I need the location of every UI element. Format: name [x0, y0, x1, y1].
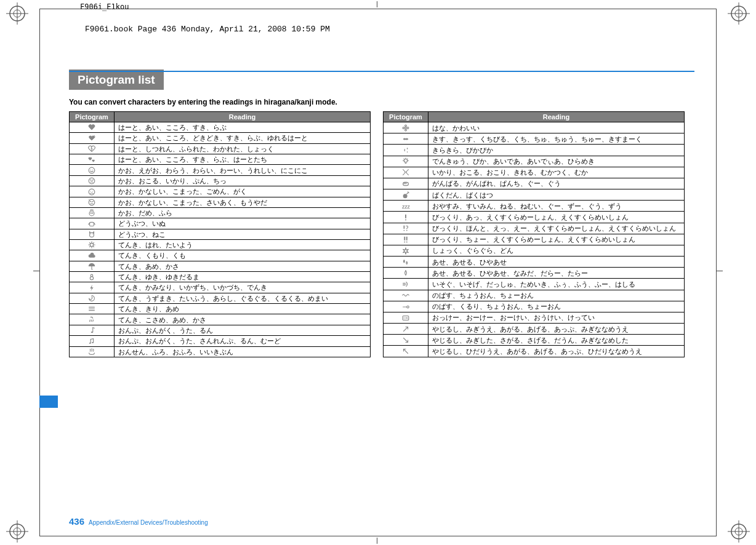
table-row: はな、かわいい — [384, 122, 685, 133]
svg-point-24 — [89, 211, 94, 216]
table-row: いかり、おこる、おこり、きれる、むかつく、むか — [384, 167, 685, 178]
table-row: おんせん、ふろ、おふろ、いいきぶん — [70, 346, 371, 357]
side-tab — [39, 396, 58, 408]
table-row: ZZZおやすみ、すいみん、ねる、ねむい、ぐー、ずー、ぐう、ずう — [384, 201, 685, 212]
reading-cell: がんばる、がんばれ、ぱんち、ぐー、ぐう — [428, 178, 685, 189]
kiss-icon — [384, 133, 428, 145]
table-row: てんき、きり、あめ — [70, 304, 371, 314]
mist-icon — [70, 304, 115, 314]
table-row: かお、おこる、いかり、ぷん、ちっ — [70, 175, 371, 186]
table-row: てんき、あめ、かさ — [70, 261, 371, 271]
svg-point-29 — [90, 234, 91, 235]
svg-point-21 — [90, 191, 91, 191]
svg-point-26 — [90, 223, 91, 224]
table-row: はーと、しつれん、ふられた、わかれた、しょっく — [70, 143, 371, 154]
reading-cell: のばす、くるり、ちょうおん、ちょーおん — [428, 301, 685, 312]
typhoon-icon — [70, 293, 115, 303]
svg-point-37 — [405, 127, 407, 129]
table-row: あせ、あせる、ひやあせ — [384, 257, 685, 268]
dog-icon — [70, 218, 115, 229]
snowman-icon — [70, 272, 115, 282]
ok-icon: OK — [384, 312, 428, 323]
table-row: かお、えがお、わらう、わらい、わーい、うれしい、にこにこ — [70, 165, 371, 175]
table-row: てんき、ゆき、ゆきだるま — [70, 272, 371, 282]
svg-point-30 — [92, 234, 93, 235]
reading-cell: どうぶつ、いぬ — [115, 218, 371, 229]
reading-cell: いそぐ、いそげ、だっしゅ、ためいき、ふぅ、ふう、ふー、はしる — [428, 279, 685, 290]
svg-rect-25 — [90, 222, 94, 226]
crop-tick — [377, 538, 377, 544]
svg-point-31 — [90, 244, 93, 247]
reading-cell: のばす、ちょうおん、ちょーおん — [428, 290, 685, 301]
face-despair-icon — [70, 197, 115, 207]
svg-point-22 — [92, 191, 93, 191]
reading-cell: はーと、しつれん、ふられた、わかれた、しょっく — [115, 143, 371, 154]
table-row: てんき、こさめ、あめ、かさ — [70, 314, 371, 325]
arrow-ur-icon — [384, 324, 428, 335]
page-footer: 436 Appendix/External Devices/Troublesho… — [69, 516, 208, 527]
sweat-drops-icon — [384, 257, 428, 268]
intro-text: You can convert characters by entering t… — [69, 98, 694, 106]
lightbulb-icon — [384, 156, 428, 167]
reading-cell: びっくり、ちょー、えくすくらめーしょん、えくすくらめいしょん — [428, 234, 685, 245]
registration-mark-tl — [6, 2, 28, 25]
reading-cell: てんき、きり、あめ — [115, 304, 371, 314]
table-row: てんき、かみなり、いかずち、いかづち、でんき — [70, 282, 371, 293]
col-reading: Reading — [428, 112, 685, 122]
reading-cell: かお、おこる、いかり、ぷん、ちっ — [115, 175, 371, 186]
lightning-icon — [70, 282, 115, 293]
curl-icon — [384, 301, 428, 312]
reading-cell: きす、きっす、くちびる、くち、ちゅ、ちゅう、ちゅー、きすまーく — [428, 133, 685, 145]
svg-point-50 — [406, 242, 408, 243]
svg-text:ZZZ: ZZZ — [402, 204, 410, 209]
table-row: きらきら、ぴかぴか — [384, 145, 685, 156]
svg-point-34 — [91, 332, 94, 333]
arrow-ul-icon — [384, 346, 428, 357]
table-row: かお、かなしい、こまった、ごめん、がく — [70, 186, 371, 197]
reading-cell: どうぶつ、ねこ — [115, 229, 371, 239]
reading-cell: はーと、あい、こころ、すき、らぶ、はーとたち — [115, 154, 371, 165]
table-row: やじるし、みぎうえ、あがる、あげる、あっぷ、みぎななめうえ — [384, 324, 685, 335]
reading-cell: やじるし、みぎうえ、あがる、あげる、あっぷ、みぎななめうえ — [428, 324, 685, 335]
drizzle-icon — [70, 314, 115, 325]
table-row: ばくだん、ばくはつ — [384, 189, 685, 201]
svg-point-40 — [403, 127, 404, 129]
svg-point-20 — [89, 189, 95, 195]
notes-icon — [70, 336, 115, 346]
svg-point-33 — [90, 277, 93, 280]
reading-cell: でんきゅう、ぴか、あいであ、あいでぃあ、ひらめき — [428, 156, 685, 167]
section-name: Appendix/External Devices/Troubleshootin… — [89, 519, 208, 526]
heart-icon — [70, 122, 115, 133]
punch-icon — [384, 178, 428, 189]
crop-tick — [717, 271, 723, 271]
svg-point-38 — [405, 125, 407, 127]
reading-cell: かお、だめ、ふら — [115, 207, 371, 218]
table-row: がんばる、がんばれ、ぱんち、ぐー、ぐう — [384, 178, 685, 189]
face-angry-icon — [70, 175, 115, 186]
table-row: びっくり、ほんと、えっ、えー、えくすくらめーしょん、えくすくらめいしょん — [384, 223, 685, 234]
registration-mark-bl — [6, 520, 28, 543]
table-row: やじるし、みぎした、さがる、さげる、だうん、みぎななめした — [384, 335, 685, 346]
svg-point-18 — [92, 169, 93, 170]
cat-icon — [70, 229, 115, 239]
sun-icon — [70, 239, 115, 250]
reading-cell: はな、かわいい — [428, 122, 685, 133]
svg-point-49 — [404, 242, 405, 243]
reading-cell: かお、えがお、わらう、わらい、わーい、うれしい、にこにこ — [115, 165, 371, 175]
crop-tick — [33, 271, 39, 271]
col-pictogram: Pictogram — [70, 112, 115, 122]
reading-cell: おやすみ、すいみん、ねる、ねむい、ぐー、ずー、ぐう、ずう — [428, 201, 685, 212]
reading-cell: やじるし、ひだりうえ、あがる、あげる、あっぷ、ひだりななめうえ — [428, 346, 685, 357]
table-row: てんき、はれ、たいよう — [70, 239, 371, 250]
bomb-icon — [384, 189, 428, 201]
svg-point-16 — [89, 167, 95, 173]
cloud-icon — [70, 250, 115, 261]
reading-cell: おんせん、ふろ、おふろ、いいきぶん — [115, 346, 371, 357]
table-row: しょっく、ぐらぐら、どん — [384, 245, 685, 256]
pictogram-table-left: Pictogram Reading はーと、あい、こころ、すき、らぶはーと、あい… — [69, 111, 371, 357]
reading-cell: あせ、あせる、ひやあせ、なみだ、だらー、たらー — [428, 268, 685, 279]
reading-cell: びっくり、ほんと、えっ、えー、えくすくらめーしょん、えくすくらめいしょん — [428, 223, 685, 234]
table-row: いそぐ、いそげ、だっしゅ、ためいき、ふぅ、ふう、ふー、はしる — [384, 279, 685, 290]
reading-cell: はーと、あい、こころ、どきどき、すき、らぶ、ゆれるはーと — [115, 133, 371, 143]
dash-icon — [384, 279, 428, 290]
